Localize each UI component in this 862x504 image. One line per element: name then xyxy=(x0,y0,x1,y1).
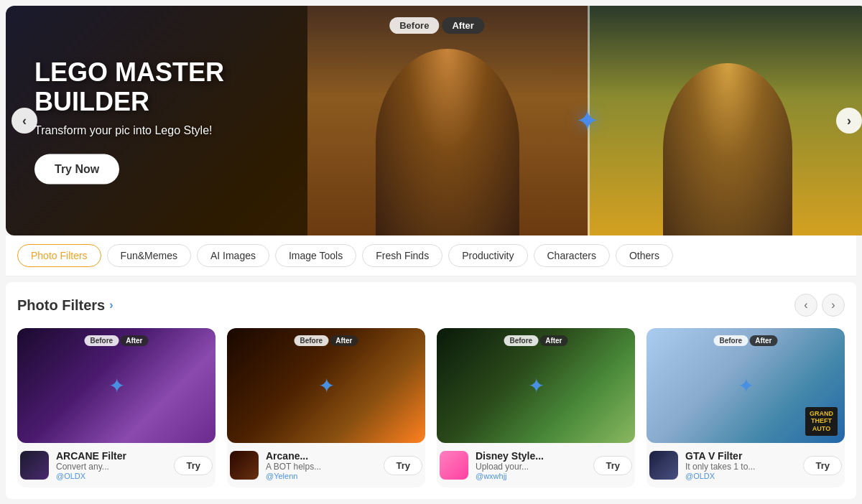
tab-others[interactable]: Others xyxy=(616,244,673,267)
card2-name: Arcane... xyxy=(266,450,376,462)
card4-name: GTA V Filter xyxy=(685,450,796,462)
card3-author: @wxwhjj xyxy=(476,472,586,480)
card2-text: Arcane... A BOT helps... @Yelenn xyxy=(266,450,376,480)
card-arcane-filter: Before After ✦ ARCANE Filter Convert any… xyxy=(17,328,216,487)
section-header: Photo Filters › ‹ › xyxy=(17,294,845,317)
card4-before-badge: Before xyxy=(713,335,748,346)
tab-image-tools[interactable]: Image Tools xyxy=(275,244,356,267)
card4-info: GTA V Filter It only takes 1 to... @OLDX… xyxy=(646,443,845,487)
card-arcane2-image: Before After ✦ xyxy=(227,328,425,443)
card-arcane2: Before After ✦ Arcane... A BOT helps... … xyxy=(227,328,425,487)
card4-text: GTA V Filter It only takes 1 to... @OLDX xyxy=(685,450,796,480)
card4-author: @OLDX xyxy=(685,472,796,480)
tab-characters[interactable]: Characters xyxy=(534,244,610,267)
card4-sparkle-icon: ✦ xyxy=(738,374,754,398)
hero-content: LEGO MASTERBUILDER Transform your pic in… xyxy=(34,57,224,185)
hero-nav-left[interactable]: ‹ xyxy=(11,108,37,134)
card4-try-btn[interactable]: Try xyxy=(803,456,842,475)
card-disney-style: Before After ✦ Disney Style... Upload yo… xyxy=(437,328,635,487)
hero-try-btn[interactable]: Try Now xyxy=(34,154,119,184)
card3-avatar xyxy=(440,451,468,480)
card4-ba-badges: Before After xyxy=(713,335,777,346)
card1-desc: Convert any... xyxy=(56,462,167,472)
card-arcane-filter-image: Before After ✦ xyxy=(17,328,216,443)
tab-photo-filters[interactable]: Photo Filters xyxy=(17,244,101,267)
card4-after-badge: After xyxy=(749,335,777,346)
tab-fresh-finds[interactable]: Fresh Finds xyxy=(362,244,442,267)
card2-before-badge: Before xyxy=(294,335,328,346)
card3-desc: Upload your... xyxy=(476,462,586,472)
tab-fun-memes[interactable]: Fun&Memes xyxy=(107,244,191,267)
card1-name: ARCANE Filter xyxy=(56,450,167,462)
hero-after-image xyxy=(588,6,862,235)
card2-desc: A BOT helps... xyxy=(266,462,376,472)
card2-after-badge: After xyxy=(330,335,358,346)
card1-before-badge: Before xyxy=(84,335,119,346)
card-gta-image: Before After ✦ GRANDTHEFTAUTO xyxy=(646,328,845,443)
tab-ai-images[interactable]: AI Images xyxy=(197,244,269,267)
category-tabs: Photo Filters Fun&Memes AI Images Image … xyxy=(6,235,856,276)
card2-ba-badges: Before After xyxy=(294,335,358,346)
section-navigation: ‹ › xyxy=(794,294,845,317)
photo-filters-section: Photo Filters › ‹ › Before After ✦ ARCAN… xyxy=(6,282,856,499)
card4-avatar xyxy=(649,451,678,480)
hero-nav-right[interactable]: › xyxy=(836,108,862,134)
section-nav-right[interactable]: › xyxy=(822,294,845,317)
before-after-badges: Before After xyxy=(389,17,484,34)
cards-grid: Before After ✦ ARCANE Filter Convert any… xyxy=(17,328,845,487)
card-disney-image: Before After ✦ xyxy=(437,328,635,443)
card2-sparkle-icon: ✦ xyxy=(318,374,335,398)
card1-avatar xyxy=(20,451,49,480)
card1-sparkle-icon: ✦ xyxy=(108,374,125,398)
card3-name: Disney Style... xyxy=(476,450,586,462)
section-nav-left[interactable]: ‹ xyxy=(794,294,817,317)
card3-info: Disney Style... Upload your... @wxwhjj T… xyxy=(437,443,635,487)
tab-productivity[interactable]: Productivity xyxy=(448,244,527,267)
card1-after-badge: After xyxy=(120,335,148,346)
card3-ba-badges: Before After xyxy=(504,335,567,346)
card3-before-badge: Before xyxy=(504,335,538,346)
hero-sparkle-icon: ✦ xyxy=(575,104,600,137)
hero-title: LEGO MASTERBUILDER xyxy=(34,57,224,117)
hero-subtitle: Transform your pic into Lego Style! xyxy=(34,123,224,136)
section-title-arrow: › xyxy=(109,299,113,312)
after-badge: After xyxy=(442,17,483,34)
card2-author: @Yelenn xyxy=(266,472,376,480)
card-gta-v: Before After ✦ GRANDTHEFTAUTO GTA V Filt… xyxy=(646,328,845,487)
section-title-text: Photo Filters xyxy=(17,297,105,314)
card1-author: @OLDX xyxy=(56,472,167,480)
hero-banner: ✦ Before After LEGO MASTERBUILDER Transf… xyxy=(6,6,862,235)
hero-images: ✦ xyxy=(307,6,862,235)
card3-text: Disney Style... Upload your... @wxwhjj xyxy=(476,450,586,480)
card3-after-badge: After xyxy=(539,335,567,346)
card1-ba-badges: Before After xyxy=(84,335,148,346)
hero-before-image xyxy=(307,6,588,235)
card1-info: ARCANE Filter Convert any... @OLDX Try xyxy=(17,443,216,487)
card2-avatar xyxy=(230,451,259,480)
card2-try-btn[interactable]: Try xyxy=(384,456,422,475)
card2-info: Arcane... A BOT helps... @Yelenn Try xyxy=(227,443,425,487)
card1-text: ARCANE Filter Convert any... @OLDX xyxy=(56,450,167,480)
card4-desc: It only takes 1 to... xyxy=(685,462,796,472)
section-title: Photo Filters › xyxy=(17,297,113,314)
card3-try-btn[interactable]: Try xyxy=(593,456,632,475)
before-badge: Before xyxy=(389,17,439,34)
card1-try-btn[interactable]: Try xyxy=(174,456,213,475)
card3-sparkle-icon: ✦ xyxy=(528,374,544,398)
